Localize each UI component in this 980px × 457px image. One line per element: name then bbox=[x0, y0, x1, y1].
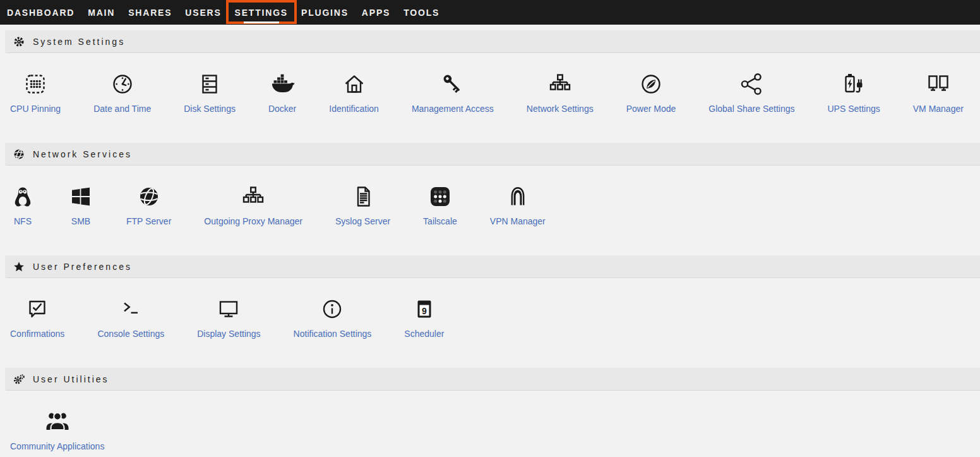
section-header-user-utilities: User Utilities bbox=[5, 368, 980, 391]
users-group-icon bbox=[45, 409, 70, 434]
tailscale-icon bbox=[427, 184, 453, 209]
settings-item-display-settings[interactable]: Display Settings bbox=[197, 296, 260, 339]
nav-item-settings[interactable]: SETTINGS bbox=[235, 8, 288, 18]
docker-whale-icon bbox=[270, 71, 295, 97]
settings-item-outgoing-proxy-manager[interactable]: Outgoing Proxy Manager bbox=[204, 184, 302, 227]
section-header-system-settings: System Settings bbox=[5, 30, 980, 53]
settings-item-smb[interactable]: SMB bbox=[68, 184, 93, 227]
settings-item-cpu-pinning[interactable]: CPU Pinning bbox=[10, 71, 61, 114]
settings-item-vm-manager[interactable]: VM Manager bbox=[913, 71, 964, 114]
network-services-items: NFS SMB FTP Server bbox=[0, 166, 980, 255]
globe-icon bbox=[13, 149, 25, 160]
share-nodes-icon bbox=[739, 71, 764, 97]
gears-icon bbox=[13, 374, 25, 385]
settings-item-community-applications[interactable]: Community Applications bbox=[10, 409, 104, 452]
settings-item-syslog-server[interactable]: Syslog Server bbox=[335, 184, 390, 227]
user-preferences-items: Confirmations Console Settings Display S… bbox=[0, 278, 980, 368]
settings-item-tailscale[interactable]: Tailscale bbox=[423, 184, 457, 227]
calendar-9-icon: 9 bbox=[412, 296, 437, 322]
section-header-user-preferences: User Preferences bbox=[5, 255, 980, 278]
svg-text:9: 9 bbox=[422, 306, 427, 316]
globe-solid-icon bbox=[136, 184, 162, 209]
settings-item-disk-settings[interactable]: Disk Settings bbox=[184, 71, 236, 114]
nav-item-tools[interactable]: TOOLS bbox=[403, 8, 439, 18]
nav-item-main[interactable]: MAIN bbox=[88, 8, 115, 18]
section-header-network-services: Network Services bbox=[5, 143, 980, 166]
settings-item-console-settings[interactable]: Console Settings bbox=[97, 296, 164, 339]
nav-item-settings-label: SETTINGS bbox=[235, 8, 288, 18]
clock-icon bbox=[110, 71, 135, 97]
settings-item-ups-settings[interactable]: UPS Settings bbox=[827, 71, 880, 114]
windows-icon bbox=[68, 184, 93, 209]
cpu-pinning-icon bbox=[23, 71, 48, 97]
star-icon bbox=[13, 261, 25, 272]
gear-icon bbox=[13, 36, 25, 47]
incognito-hood-icon bbox=[505, 184, 530, 209]
chat-check-icon bbox=[25, 296, 50, 322]
sitemap-icon bbox=[547, 71, 573, 97]
nav-item-users[interactable]: USERS bbox=[185, 8, 221, 18]
monitor-icon bbox=[216, 296, 241, 322]
vm-columns-icon bbox=[926, 71, 951, 97]
section-title: System Settings bbox=[33, 37, 125, 47]
tux-penguin-icon bbox=[10, 184, 35, 209]
terminal-icon bbox=[118, 296, 143, 322]
settings-item-identification[interactable]: Identification bbox=[329, 71, 379, 114]
settings-item-network-settings[interactable]: Network Settings bbox=[527, 71, 594, 114]
nav-item-plugins[interactable]: PLUGINS bbox=[301, 8, 349, 18]
settings-item-date-and-time[interactable]: Date and Time bbox=[93, 71, 151, 114]
user-utilities-items: Community Applications bbox=[0, 391, 980, 457]
system-settings-items: CPU Pinning Date and Time D bbox=[0, 53, 980, 143]
settings-item-power-mode[interactable]: Power Mode bbox=[626, 71, 676, 114]
battery-plug-icon bbox=[841, 71, 866, 97]
settings-item-vpn-manager[interactable]: VPN Manager bbox=[490, 184, 546, 227]
top-nav: DASHBOARD MAIN SHARES USERS SETTINGS PLU… bbox=[0, 0, 980, 25]
section-title: User Utilities bbox=[33, 374, 109, 384]
settings-item-notification-settings[interactable]: Notification Settings bbox=[294, 296, 372, 339]
settings-item-confirmations[interactable]: Confirmations bbox=[10, 296, 64, 339]
settings-item-docker[interactable]: Docker bbox=[268, 71, 296, 114]
settings-item-scheduler[interactable]: 9 Scheduler bbox=[404, 296, 444, 339]
leaf-circle-icon bbox=[638, 71, 664, 97]
info-circle-icon bbox=[320, 296, 345, 322]
settings-item-nfs[interactable]: NFS bbox=[10, 184, 35, 227]
settings-item-management-access[interactable]: Management Access bbox=[412, 71, 494, 114]
section-title: User Preferences bbox=[33, 262, 132, 272]
nav-item-dashboard[interactable]: DASHBOARD bbox=[7, 8, 75, 18]
sitemap-icon bbox=[241, 184, 266, 209]
key-icon bbox=[440, 71, 465, 97]
settings-item-global-share-settings[interactable]: Global Share Settings bbox=[708, 71, 794, 114]
document-lines-icon bbox=[350, 184, 376, 209]
section-title: Network Services bbox=[33, 149, 132, 159]
settings-item-ftp-server[interactable]: FTP Server bbox=[126, 184, 171, 227]
server-stack-icon bbox=[197, 71, 222, 97]
nav-item-apps[interactable]: APPS bbox=[362, 8, 390, 18]
home-icon bbox=[342, 71, 367, 97]
nav-item-shares[interactable]: SHARES bbox=[128, 8, 172, 18]
